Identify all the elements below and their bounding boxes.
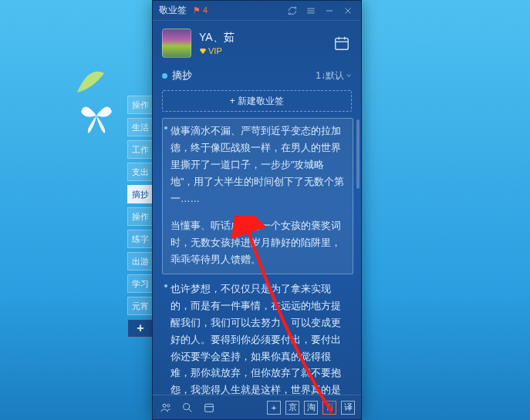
shortcut-jd[interactable]: 京 [285,401,299,415]
scrollbar-thumb[interactable] [356,119,360,189]
shortcut-baidu[interactable]: 百 [322,401,336,415]
side-tab-3[interactable]: 支出 [127,163,154,181]
note-text: 做事滴水不漏、严苛到近乎变态的拉加德，终于像匹战狼一样，在男人的世界里撕开了一道… [170,123,346,207]
titlebar: 敬业签 ⚑ 4 [153,1,361,21]
category-side-tabs: 操作 生活 工作 支出 摘抄 操作 练字 出游 学习 元宵 + [127,96,154,341]
svg-point-11 [167,404,170,406]
category-name[interactable]: 摘抄 [172,69,316,82]
svg-rect-6 [336,39,349,50]
shortcut-translate[interactable]: 译 [341,401,355,415]
side-tab-0[interactable]: 操作 [127,96,154,114]
calendar-small-icon[interactable] [202,401,216,415]
diamond-icon [199,47,207,55]
contacts-icon[interactable] [159,401,173,415]
wallpaper-butterfly [77,96,116,135]
app-window: 敬业签 ⚑ 4 YA、茹 VIP 摘抄 1↓默认 + 新建敬业签 [152,0,362,420]
side-tab-7[interactable]: 出游 [127,252,154,270]
note-item[interactable]: 也许梦想，不仅仅只是为了拿来实现的，而是有一件事情，在远远的地方提醒我们，我们可… [162,276,353,395]
bullet-icon [164,126,167,129]
shortcut-taobao[interactable]: 淘 [304,401,318,415]
vip-text: VIP [208,46,222,55]
calendar-icon[interactable] [332,33,352,53]
category-dot [162,73,167,79]
app-title: 敬业签 [159,4,187,17]
svg-line-13 [189,409,191,412]
chevron-down-icon [346,72,352,79]
scrollbar[interactable] [356,119,360,393]
vip-badge: VIP [199,46,332,55]
side-tab-8[interactable]: 学习 [127,274,154,293]
notification-flag[interactable]: ⚑ 4 [193,5,208,15]
menu-icon[interactable] [304,4,318,18]
user-name: YA、茹 [199,31,332,45]
search-icon[interactable] [181,401,194,415]
shortcut-add[interactable]: + [267,401,281,415]
side-tab-5[interactable]: 操作 [127,207,154,226]
note-list: 做事滴水不漏、严苛到近乎变态的拉加德，终于像匹战狼一样，在男人的世界里撕开了一道… [153,118,361,395]
svg-rect-14 [205,404,214,412]
close-icon[interactable] [341,4,355,18]
side-tab-add[interactable]: + [127,319,154,338]
new-note-button[interactable]: + 新建敬业签 [162,90,352,112]
note-text: 也许梦想，不仅仅只是为了拿来实现的，而是有一件事情，在远远的地方提醒我们，我们可… [170,281,346,395]
side-tab-6[interactable]: 练字 [127,230,154,248]
bottombar: + 京 淘 百 译 [153,395,361,419]
note-item[interactable]: 做事滴水不漏、严苛到近乎变态的拉加德，终于像匹战狼一样，在男人的世界里撕开了一道… [162,118,353,274]
category-row: 摘抄 1↓默认 [153,64,361,87]
side-tab-9[interactable]: 元宵 [127,297,154,315]
sync-icon[interactable] [285,4,299,18]
sort-label: 1↓默认 [316,69,344,82]
note-text: 当懂事、听话成为对一个女孩的褒奖词时，无数女孩掉进岁月静好的陷阱里，乖乖等待男人… [170,218,346,269]
side-tab-1[interactable]: 生活 [127,118,154,136]
bullet-icon [164,284,167,287]
minimize-icon[interactable] [322,4,336,18]
avatar[interactable] [162,29,191,58]
sort-selector[interactable]: 1↓默认 [316,69,352,82]
svg-point-10 [163,404,166,407]
svg-point-12 [184,403,190,409]
flag-count: 4 [203,5,208,15]
wallpaper-leaf [69,62,108,100]
side-tab-4[interactable]: 摘抄 [127,185,154,203]
side-tab-2[interactable]: 工作 [127,140,154,159]
user-row: YA、茹 VIP [153,21,361,64]
